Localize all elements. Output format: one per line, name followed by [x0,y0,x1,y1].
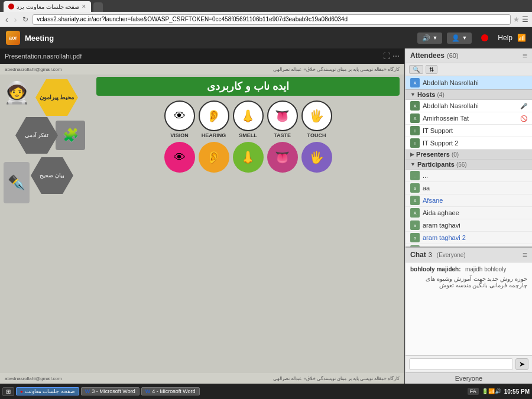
hosts-label: Hosts [417,91,436,98]
sense-vision-color: 👁 [164,142,195,173]
host-amirhossein-name: Amirhossein Tat [423,115,517,122]
inactive-tab[interactable] [93,2,103,12]
host-abdollah-mic-icon: 🎤 [520,103,527,109]
chat-title-area: Chat 3 (Everyone) [410,251,466,259]
attendees-count: (60) [447,52,459,59]
puzzle-piece: 🧩 [56,121,85,150]
host-amirhossein-mute-icon: 🚫 [520,115,527,122]
video-control[interactable]: 👤 ▼ [447,33,472,44]
host-itsupport-avatar: I [410,126,420,135]
host-itsupport2-avatar: I [410,138,420,148]
participant-aram[interactable]: aaram taghavi [406,219,532,232]
attendees-title: Attendees [410,51,445,60]
tab-favicon [8,4,14,9]
attendees-title-area: Attendees (60) [410,51,459,60]
video-dropdown-icon: ▼ [462,35,467,41]
chat-title: Chat [410,251,426,259]
search-attendees-button[interactable]: 🔍 [409,65,423,74]
hex-environment-text: محیط پیرامون [40,94,74,101]
meeting-logo: aor [6,31,20,45]
sense-taste-outline: 👅 TASTE [267,100,298,138]
back-button[interactable]: ‹ [4,15,10,24]
presenters-label: Presenters [416,151,450,158]
taskbar-item-word3[interactable]: W 3 - Microsoft Word [81,387,140,395]
participant-aram2[interactable]: aaram taghavi 2 [406,232,532,244]
featured-name: Abdollah Nasrollahi [423,79,479,86]
featured-avatar: A [410,78,420,87]
hex-environment: محیط پیرامون [35,79,78,116]
host-amirhossein-avatar: A [410,113,420,123]
chat-input[interactable] [409,358,513,370]
tray-lang[interactable]: FA [468,388,479,395]
active-tab[interactable]: صفحه جلسات معاونت یزد ✕ [4,1,91,12]
sense-touch-outline: 🖐 TOUCH [301,100,332,138]
tab-close-icon[interactable]: ✕ [82,4,86,9]
reload-button[interactable]: ↻ [21,15,30,24]
address-bar[interactable] [33,14,511,25]
touch-label: TOUCH [307,132,326,138]
slide-rtl-bottom: کارگاه «مقاله نویسی پایه بر مبنای نویسند… [273,376,400,381]
word4-icon: W [145,388,151,394]
audio-dropdown-icon: ▼ [432,35,437,41]
host-itsupport2-name: IT Support 2 [423,140,527,147]
host-itsupport2[interactable]: I IT Support 2 [406,137,532,150]
slide-left: 🧑‍🚀 محیط پیرامون تفکر آدمی 🧩 بیان صحیح [0,74,92,373]
bookmark-icon[interactable]: ★ [513,15,520,24]
chat-message-1: bohlooly majideh: majidh bohlooly [410,265,527,273]
vision-label: VISION [170,132,189,138]
sense-vision-outline: 👁 VISION [164,100,195,138]
presenters-arrow-icon: ▶ [410,151,414,157]
everyone-tab[interactable]: Everyone [406,372,532,384]
start-button[interactable]: ⊞ [2,387,14,396]
hosts-count: (4) [437,92,444,98]
sense-hearing-outline: 👂 HEARING [199,100,229,138]
host-abdollah[interactable]: A Abdollah Nasrollahi 🎤 [406,100,532,112]
tray-time: 10:55 PM [504,388,530,395]
host-abdollah-avatar: A [410,101,420,111]
main-area: Presentation.nasrollahi.pdf ⛶ ⋯ abednasr… [0,48,532,384]
slide-email-top: abednasrollahi@gmail.com [5,67,62,72]
host-itsupport[interactable]: I IT Support [406,125,532,137]
chat-menu-icon[interactable]: ≡ [523,250,527,259]
host-amirhossein[interactable]: A Amirhossein Tat 🚫 [406,112,532,125]
sense-smell-color: 👃 [233,142,264,173]
astronaut-figure: 🧑‍🚀 [4,80,30,105]
taskbar-item-meeting[interactable]: ● صفحه جلسات معاونت [16,387,79,395]
audio-control[interactable]: 🔊 ▼ [417,33,442,44]
sort-attendees-button[interactable]: ⇅ [426,65,437,74]
menu-icon[interactable]: ☰ [522,15,528,24]
hex-expression: بیان صحیح [31,157,73,194]
word3-icon: W [85,388,90,394]
hex-thinking: تفکر آدمی [15,117,58,154]
more-options-icon[interactable]: ⋯ [392,52,400,60]
attendee-search-bar: 🔍 ⇅ [406,63,532,76]
meeting-taskbar-icon: ● [20,389,23,394]
attendees-menu-icon[interactable]: ≡ [523,51,527,60]
participant-dots[interactable]: .... [406,170,532,182]
tray-icons: 🔋📶🔊 [482,388,501,394]
presenters-section-header[interactable]: ▶ Presenters (0) [406,150,532,160]
forward-button[interactable]: › [12,15,19,24]
smell-label: SMELL [239,132,257,138]
sense-taste-color: 👅 [267,142,298,173]
help-button[interactable]: Help [498,34,512,42]
chat-send-button[interactable]: ➤ [515,358,528,370]
slide-right: ایده ناب و کاربردی 👁 VISION 👂 HEARING 👃 [92,74,404,373]
browser-toolbar: ‹ › ↻ ★ ☰ [0,12,532,27]
taskbar-item-word4[interactable]: W 4 - Microsoft Word [141,387,200,395]
chat-text-2: حوزه روش جدید جهت آموزش وشیوه های چارچمه… [410,275,527,288]
hex-thinking-text: تفکر آدمی [25,132,49,139]
chat-sender-1: bohlooly majideh: [410,266,461,273]
participant-aa[interactable]: aaa [406,182,532,194]
participants-section-header[interactable]: ▼ Participants (56) [406,160,532,170]
participant-afsane[interactable]: AAfsane [406,194,532,207]
meeting-taskbar-label: صفحه جلسات معاونت [25,388,75,394]
chat-badge: 3 [429,251,432,258]
hosts-section-header[interactable]: ▼ Hosts (4) [406,90,532,100]
chat-header: Chat 3 (Everyone) ≡ [406,248,532,262]
participant-aida[interactable]: AAida aghaee [406,207,532,219]
host-itsupport-name: IT Support [423,127,527,134]
video-icon: 👤 [452,34,460,42]
expand-icon[interactable]: ⛶ [383,52,390,60]
featured-attendee[interactable]: A Abdollah Nasrollahi [406,76,532,90]
